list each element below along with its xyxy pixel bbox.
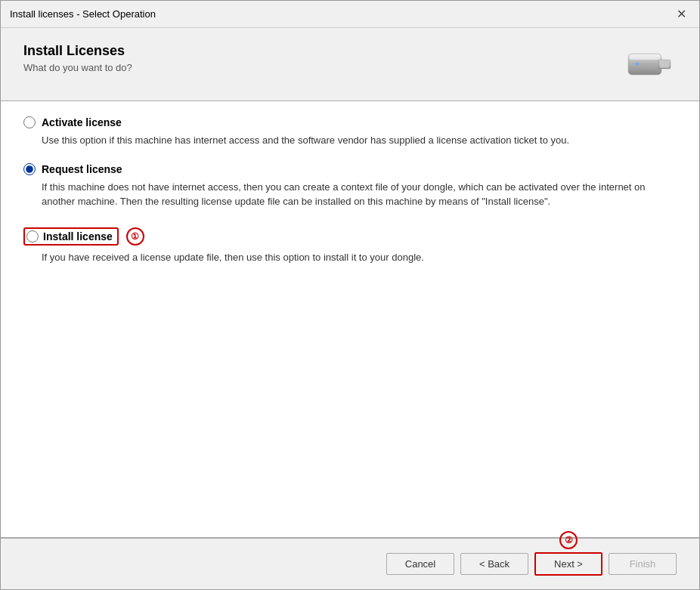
svg-point-5 bbox=[636, 62, 640, 66]
request-desc: If this machine does not have internet a… bbox=[42, 180, 677, 209]
content-area: Activate license Use this option if this… bbox=[1, 101, 699, 537]
annotation-1: ① bbox=[126, 227, 144, 246]
activate-radio-row: Activate license bbox=[23, 116, 677, 128]
request-radio-row: Request license bbox=[23, 163, 677, 175]
next-button-wrapper: ② Next > bbox=[534, 552, 602, 576]
window-title: Install licenses - Select Operation bbox=[10, 8, 156, 20]
option-install: Install license ① If you have received a… bbox=[23, 227, 677, 265]
svg-rect-3 bbox=[660, 61, 670, 68]
page-subtitle: What do you want to do? bbox=[23, 62, 132, 73]
cancel-button[interactable]: Cancel bbox=[386, 553, 454, 575]
main-window: Install licenses - Select Operation ✕ In… bbox=[0, 0, 700, 590]
footer: Cancel < Back ② Next > Finish bbox=[1, 538, 699, 589]
usb-icon bbox=[616, 43, 677, 88]
next-button[interactable]: Next > bbox=[534, 552, 602, 576]
annotation-2: ② bbox=[559, 531, 578, 549]
close-button[interactable]: ✕ bbox=[672, 5, 690, 23]
header-text: Install Licenses What do you want to do? bbox=[23, 43, 132, 73]
activate-radio[interactable] bbox=[23, 116, 36, 128]
title-bar: Install licenses - Select Operation ✕ bbox=[1, 1, 699, 28]
option-activate: Activate license Use this option if this… bbox=[23, 116, 677, 148]
activate-label: Activate license bbox=[42, 116, 122, 128]
finish-button[interactable]: Finish bbox=[609, 553, 677, 575]
back-button[interactable]: < Back bbox=[460, 553, 528, 575]
install-desc: If you have received a license update fi… bbox=[42, 250, 677, 265]
install-radio[interactable] bbox=[26, 230, 39, 242]
svg-rect-1 bbox=[630, 55, 661, 60]
request-radio[interactable] bbox=[23, 163, 36, 175]
option-request: Request license If this machine does not… bbox=[23, 163, 677, 209]
page-title: Install Licenses bbox=[23, 43, 132, 59]
install-label: Install license bbox=[43, 230, 113, 242]
request-label: Request license bbox=[42, 163, 122, 175]
install-radio-row: Install license ① bbox=[23, 227, 677, 246]
activate-desc: Use this option if this machine has inte… bbox=[42, 133, 677, 148]
header-section: Install Licenses What do you want to do? bbox=[1, 28, 699, 100]
install-license-highlight: Install license bbox=[23, 227, 119, 246]
